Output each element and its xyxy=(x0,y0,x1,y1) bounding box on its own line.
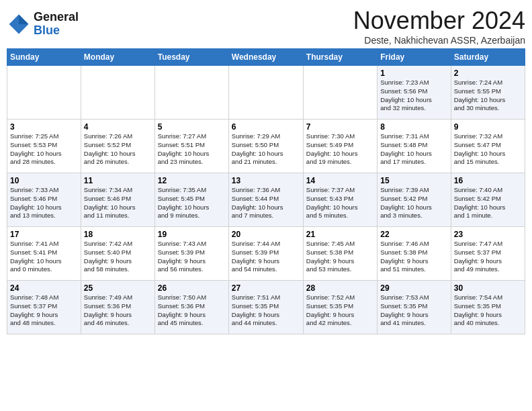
day-info: Sunrise: 7:41 AM Sunset: 5:41 PM Dayligh… xyxy=(10,240,78,274)
calendar-cell: 12Sunrise: 7:35 AM Sunset: 5:45 PM Dayli… xyxy=(154,173,228,227)
calendar-cell: 1Sunrise: 7:23 AM Sunset: 5:56 PM Daylig… xyxy=(378,66,451,120)
day-info: Sunrise: 7:43 AM Sunset: 5:39 PM Dayligh… xyxy=(158,240,226,274)
day-info: Sunrise: 7:52 AM Sunset: 5:35 PM Dayligh… xyxy=(306,293,374,328)
day-info: Sunrise: 7:46 AM Sunset: 5:38 PM Dayligh… xyxy=(380,240,447,274)
weekday-header-monday: Monday xyxy=(81,49,154,66)
day-info: Sunrise: 7:45 AM Sunset: 5:38 PM Dayligh… xyxy=(306,240,374,274)
day-info: Sunrise: 7:31 AM Sunset: 5:48 PM Dayligh… xyxy=(380,132,447,167)
calendar-cell xyxy=(303,66,377,120)
day-number: 1 xyxy=(380,68,447,78)
day-info: Sunrise: 7:51 AM Sunset: 5:35 PM Dayligh… xyxy=(232,293,300,328)
day-number: 8 xyxy=(380,122,447,132)
calendar-cell: 24Sunrise: 7:48 AM Sunset: 5:37 PM Dayli… xyxy=(7,281,81,334)
day-number: 6 xyxy=(232,122,300,132)
day-number: 17 xyxy=(10,230,78,239)
day-info: Sunrise: 7:40 AM Sunset: 5:42 PM Dayligh… xyxy=(454,186,522,220)
calendar-cell: 9Sunrise: 7:32 AM Sunset: 5:47 PM Daylig… xyxy=(451,120,525,173)
day-info: Sunrise: 7:54 AM Sunset: 5:35 PM Dayligh… xyxy=(454,293,522,328)
day-info: Sunrise: 7:23 AM Sunset: 5:56 PM Dayligh… xyxy=(380,79,447,113)
calendar-cell xyxy=(7,66,81,120)
day-number: 20 xyxy=(232,230,300,239)
calendar-cell: 2Sunrise: 7:24 AM Sunset: 5:55 PM Daylig… xyxy=(451,66,525,120)
logo-icon xyxy=(7,12,31,36)
calendar-cell: 11Sunrise: 7:34 AM Sunset: 5:46 PM Dayli… xyxy=(81,173,154,227)
calendar-week-3: 10Sunrise: 7:33 AM Sunset: 5:46 PM Dayli… xyxy=(7,173,525,227)
day-number: 7 xyxy=(306,122,374,132)
day-number: 18 xyxy=(84,230,152,239)
day-number: 9 xyxy=(454,122,522,132)
calendar-cell: 29Sunrise: 7:53 AM Sunset: 5:35 PM Dayli… xyxy=(378,281,451,334)
day-info: Sunrise: 7:53 AM Sunset: 5:35 PM Dayligh… xyxy=(380,293,447,328)
day-number: 30 xyxy=(454,283,522,293)
day-number: 28 xyxy=(306,283,374,293)
day-number: 15 xyxy=(380,176,447,185)
calendar-cell: 22Sunrise: 7:46 AM Sunset: 5:38 PM Dayli… xyxy=(378,227,451,281)
calendar-cell: 15Sunrise: 7:39 AM Sunset: 5:42 PM Dayli… xyxy=(378,173,451,227)
calendar-week-2: 3Sunrise: 7:25 AM Sunset: 5:53 PM Daylig… xyxy=(7,120,525,173)
calendar-cell: 17Sunrise: 7:41 AM Sunset: 5:41 PM Dayli… xyxy=(7,227,81,281)
calendar-cell: 13Sunrise: 7:36 AM Sunset: 5:44 PM Dayli… xyxy=(228,173,303,227)
day-info: Sunrise: 7:26 AM Sunset: 5:52 PM Dayligh… xyxy=(84,132,152,167)
day-number: 27 xyxy=(232,283,300,293)
weekday-header-tuesday: Tuesday xyxy=(154,49,228,66)
day-number: 12 xyxy=(158,176,226,185)
day-info: Sunrise: 7:39 AM Sunset: 5:42 PM Dayligh… xyxy=(380,186,447,220)
logo-text: General Blue xyxy=(34,11,79,38)
day-info: Sunrise: 7:44 AM Sunset: 5:39 PM Dayligh… xyxy=(232,240,300,274)
day-number: 4 xyxy=(84,122,152,132)
calendar-cell: 19Sunrise: 7:43 AM Sunset: 5:39 PM Dayli… xyxy=(154,227,228,281)
day-number: 3 xyxy=(10,122,78,132)
day-info: Sunrise: 7:25 AM Sunset: 5:53 PM Dayligh… xyxy=(10,132,78,167)
day-info: Sunrise: 7:34 AM Sunset: 5:46 PM Dayligh… xyxy=(84,186,152,220)
logo-blue: Blue xyxy=(34,24,79,38)
day-number: 5 xyxy=(158,122,226,132)
calendar-cell xyxy=(228,66,303,120)
day-info: Sunrise: 7:47 AM Sunset: 5:37 PM Dayligh… xyxy=(454,240,522,274)
calendar-cell: 10Sunrise: 7:33 AM Sunset: 5:46 PM Dayli… xyxy=(7,173,81,227)
weekday-header-row: SundayMondayTuesdayWednesdayThursdayFrid… xyxy=(7,49,525,66)
day-info: Sunrise: 7:37 AM Sunset: 5:43 PM Dayligh… xyxy=(306,186,374,220)
day-info: Sunrise: 7:29 AM Sunset: 5:50 PM Dayligh… xyxy=(232,132,300,167)
calendar-cell: 30Sunrise: 7:54 AM Sunset: 5:35 PM Dayli… xyxy=(451,281,525,334)
weekday-header-wednesday: Wednesday xyxy=(228,49,303,66)
day-number: 2 xyxy=(454,68,522,78)
day-number: 29 xyxy=(380,283,447,293)
calendar-cell: 6Sunrise: 7:29 AM Sunset: 5:50 PM Daylig… xyxy=(228,120,303,173)
calendar-cell: 27Sunrise: 7:51 AM Sunset: 5:35 PM Dayli… xyxy=(228,281,303,334)
calendar-week-5: 24Sunrise: 7:48 AM Sunset: 5:37 PM Dayli… xyxy=(7,281,525,334)
calendar-cell xyxy=(154,66,228,120)
day-info: Sunrise: 7:32 AM Sunset: 5:47 PM Dayligh… xyxy=(454,132,522,167)
day-info: Sunrise: 7:30 AM Sunset: 5:49 PM Dayligh… xyxy=(306,132,374,167)
calendar-cell: 28Sunrise: 7:52 AM Sunset: 5:35 PM Dayli… xyxy=(303,281,377,334)
calendar-cell xyxy=(81,66,154,120)
day-info: Sunrise: 7:42 AM Sunset: 5:40 PM Dayligh… xyxy=(84,240,152,274)
calendar-cell: 8Sunrise: 7:31 AM Sunset: 5:48 PM Daylig… xyxy=(378,120,451,173)
day-info: Sunrise: 7:48 AM Sunset: 5:37 PM Dayligh… xyxy=(10,293,78,328)
day-number: 23 xyxy=(454,230,522,239)
weekday-header-thursday: Thursday xyxy=(303,49,377,66)
day-number: 26 xyxy=(158,283,226,293)
calendar-cell: 7Sunrise: 7:30 AM Sunset: 5:49 PM Daylig… xyxy=(303,120,377,173)
calendar-week-4: 17Sunrise: 7:41 AM Sunset: 5:41 PM Dayli… xyxy=(7,227,525,281)
logo: General Blue xyxy=(7,11,79,38)
month-title: November 2024 xyxy=(353,7,525,35)
day-info: Sunrise: 7:24 AM Sunset: 5:55 PM Dayligh… xyxy=(454,79,522,113)
day-number: 21 xyxy=(306,230,374,239)
title-block: November 2024 Deste, Nakhichevan ASSR, A… xyxy=(353,7,525,46)
calendar-cell: 23Sunrise: 7:47 AM Sunset: 5:37 PM Dayli… xyxy=(451,227,525,281)
day-info: Sunrise: 7:36 AM Sunset: 5:44 PM Dayligh… xyxy=(232,186,300,220)
page-header: General Blue November 2024 Deste, Nakhic… xyxy=(7,7,525,46)
day-info: Sunrise: 7:33 AM Sunset: 5:46 PM Dayligh… xyxy=(10,186,78,220)
day-number: 11 xyxy=(84,176,152,185)
calendar-cell: 26Sunrise: 7:50 AM Sunset: 5:36 PM Dayli… xyxy=(154,281,228,334)
calendar-cell: 21Sunrise: 7:45 AM Sunset: 5:38 PM Dayli… xyxy=(303,227,377,281)
day-number: 25 xyxy=(84,283,152,293)
weekday-header-saturday: Saturday xyxy=(451,49,525,66)
calendar-cell: 5Sunrise: 7:27 AM Sunset: 5:51 PM Daylig… xyxy=(154,120,228,173)
day-number: 16 xyxy=(454,176,522,185)
calendar-table: SundayMondayTuesdayWednesdayThursdayFrid… xyxy=(7,48,525,334)
day-info: Sunrise: 7:49 AM Sunset: 5:36 PM Dayligh… xyxy=(84,293,152,328)
calendar-cell: 18Sunrise: 7:42 AM Sunset: 5:40 PM Dayli… xyxy=(81,227,154,281)
calendar-cell: 3Sunrise: 7:25 AM Sunset: 5:53 PM Daylig… xyxy=(7,120,81,173)
day-number: 13 xyxy=(232,176,300,185)
